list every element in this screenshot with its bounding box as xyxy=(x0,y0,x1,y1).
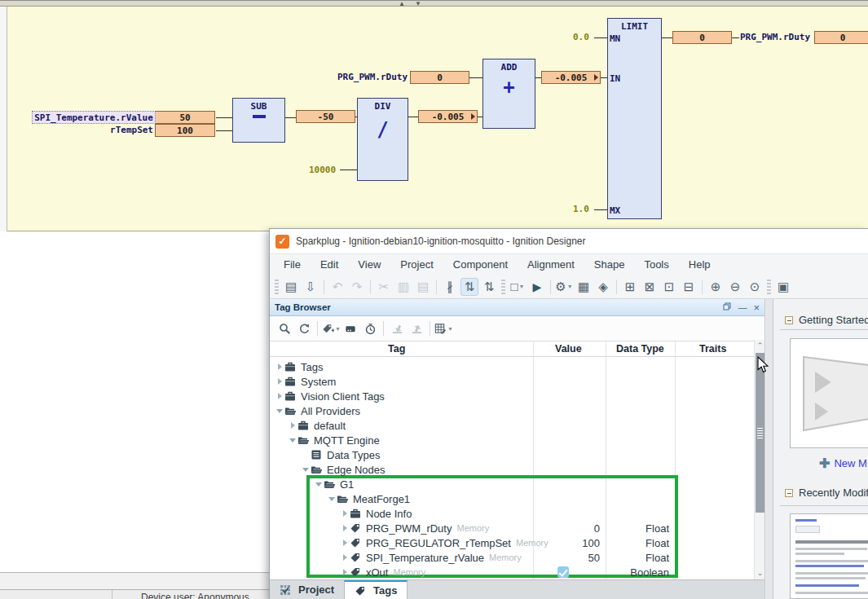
fbd-value-box[interactable]: 100 xyxy=(155,124,215,137)
save-deploy-icon[interactable]: ⇩ xyxy=(302,278,319,296)
opc-browse-icon[interactable] xyxy=(341,319,360,337)
zoom-in-icon[interactable]: ⊕ xyxy=(707,278,725,296)
tab-tags[interactable]: Tags xyxy=(344,580,408,599)
new-tag-icon[interactable]: ▼ xyxy=(321,319,341,337)
tag-tree-row-data-types[interactable]: Data Types xyxy=(270,447,755,462)
preview-play-icon[interactable]: ▶ xyxy=(528,278,546,296)
fbd-constant-label[interactable]: 0.0 xyxy=(573,32,589,42)
fbd-variable-label[interactable]: PRG_PWM.rDuty xyxy=(324,72,408,82)
align-contract-icon[interactable]: ⊠ xyxy=(641,278,659,296)
align-distribute-icon[interactable]: ⊟ xyxy=(680,278,698,296)
tag-tree-row-all-providers[interactable]: All Providers xyxy=(270,403,755,418)
expander-expanded-icon[interactable] xyxy=(301,468,311,472)
fbd-value-box[interactable]: 0 xyxy=(410,71,469,84)
search-icon[interactable] xyxy=(275,319,294,337)
save-icon[interactable]: ▤ xyxy=(282,278,300,296)
tag-value[interactable]: 0 xyxy=(535,522,600,535)
column-config-icon[interactable]: ▼ xyxy=(434,319,453,337)
comm-read-icon[interactable]: ⇅ xyxy=(460,278,478,296)
align-size-icon[interactable]: ⊡ xyxy=(660,278,678,296)
expander-collapsed-icon[interactable] xyxy=(340,510,350,517)
table-header[interactable]: Tag Value Data Type Traits xyxy=(270,341,764,357)
tag-tree-row-prg-regulator-rtempset[interactable]: PRG_REGULATOR_rTempSetMemory100Float xyxy=(270,535,755,550)
fbd-variable-label[interactable]: SPI_Temperature.rValue xyxy=(32,111,156,124)
timer-icon[interactable] xyxy=(360,319,380,337)
column-header-value[interactable]: Value xyxy=(555,343,582,355)
align-expand-icon[interactable]: ⊞ xyxy=(621,278,639,296)
fbd-value-box[interactable]: 50 xyxy=(155,111,215,124)
zoom-out-icon[interactable]: ⊖ xyxy=(726,278,744,296)
export-icon[interactable] xyxy=(407,319,426,337)
cut-icon[interactable]: ✂ xyxy=(375,278,393,296)
shape-tool-icon[interactable]: □▼ xyxy=(509,278,527,296)
menu-component[interactable]: Component xyxy=(443,254,518,275)
fbd-value-box[interactable]: 0 xyxy=(814,31,868,44)
scrollbar-thumb[interactable] xyxy=(756,353,764,513)
menu-help[interactable]: Help xyxy=(679,254,720,275)
new-project-link[interactable]: ✚ New M xyxy=(819,456,867,471)
expander-expanded-icon[interactable] xyxy=(327,497,337,501)
security-shield-icon[interactable]: ◈ xyxy=(594,278,612,296)
tag-browser-titlebar[interactable]: Tag Browser — × xyxy=(270,299,764,316)
tab-project[interactable]: Project xyxy=(270,580,344,599)
menu-project[interactable]: Project xyxy=(390,254,443,275)
tag-tree-row-spi-temperature-rvalue[interactable]: SPI_Temperature_rValueMemory50Float xyxy=(270,550,755,565)
z-order-icon[interactable]: ▣ xyxy=(774,278,792,296)
fbd-block-div[interactable]: DIV/ xyxy=(357,98,408,181)
expander-collapsed-icon[interactable] xyxy=(288,422,297,429)
fbd-value-box[interactable]: -0.005 xyxy=(541,71,601,84)
column-header-traits[interactable]: Traits xyxy=(699,343,726,355)
tag-tree-row-node-info[interactable]: Node Info xyxy=(270,506,755,521)
tag-value[interactable]: 50 xyxy=(535,552,600,564)
expander-expanded-icon[interactable] xyxy=(314,482,324,487)
scrollbar-down-icon[interactable]: ⌄ xyxy=(755,567,765,579)
minimize-icon[interactable]: — xyxy=(738,303,747,312)
expander-collapsed-icon[interactable] xyxy=(275,378,284,385)
fbd-variable-label[interactable]: rTempSet xyxy=(85,125,153,135)
fbd-value-box[interactable]: -0.005 xyxy=(418,110,478,123)
expander-collapsed-icon[interactable] xyxy=(340,525,350,531)
tag-tree-row-system[interactable]: System xyxy=(270,374,755,389)
window-titlebar[interactable]: ✓ Sparkplug - Ignition-debian10-ignition… xyxy=(270,229,868,253)
fbd-block-add[interactable]: ADD+ xyxy=(482,59,535,129)
menu-view[interactable]: View xyxy=(348,254,390,275)
boolean-checkbox[interactable] xyxy=(557,566,569,578)
fbd-block-limit[interactable]: LIMITMNINMX xyxy=(607,18,662,219)
tag-tree-row-tags[interactable]: Tags xyxy=(270,359,755,374)
fbd-value-box[interactable]: 0 xyxy=(672,31,732,44)
expander-collapsed-icon[interactable] xyxy=(275,393,284,399)
tag-tree-row-g1[interactable]: G1 xyxy=(270,477,755,491)
tag-tree-row-default[interactable]: default xyxy=(270,418,755,433)
expander-collapsed-icon[interactable] xyxy=(340,554,350,561)
expander-expanded-icon[interactable] xyxy=(288,438,297,443)
zoom-reset-icon[interactable]: ⊙ xyxy=(746,278,764,296)
collapse-icon[interactable] xyxy=(785,489,793,497)
fbd-variable-label[interactable]: PRG_PWM.rDuty xyxy=(740,32,810,42)
comm-off-icon[interactable]: ∦ xyxy=(441,278,459,296)
close-icon[interactable]: × xyxy=(753,302,760,313)
recent-project-thumbnail[interactable] xyxy=(790,513,868,599)
tag-value[interactable]: 100 xyxy=(535,537,600,549)
expander-collapsed-icon[interactable] xyxy=(340,569,350,575)
tag-tree-row-edge-nodes[interactable]: Edge Nodes xyxy=(270,462,755,477)
fbd-constant-label[interactable]: 1.0 xyxy=(573,204,589,214)
fbd-constant-label[interactable]: 10000 xyxy=(309,165,336,175)
paste-icon[interactable]: ▤ xyxy=(414,278,432,296)
menu-edit[interactable]: Edit xyxy=(311,254,348,275)
tag-tree-row-meatforge1[interactable]: MeatForge1 xyxy=(270,491,755,506)
panel-splitter[interactable] xyxy=(766,299,773,599)
tag-tree-row-xout[interactable]: xOutMemoryBoolean xyxy=(270,565,755,579)
column-header-datatype[interactable]: Data Type xyxy=(616,343,664,355)
expander-collapsed-icon[interactable] xyxy=(275,363,284,370)
fbd-canvas[interactable]: 50100-50-0.0050-0.00500SPI_Temperature.r… xyxy=(7,7,868,231)
tag-tree-row-vision-client-tags[interactable]: Vision Client Tags xyxy=(270,389,755,403)
expander-expanded-icon[interactable] xyxy=(275,409,284,413)
collapse-icon[interactable] xyxy=(785,316,793,324)
refresh-icon[interactable] xyxy=(294,319,314,337)
fbd-value-box[interactable]: -50 xyxy=(296,110,355,123)
tag-tree-row-prg-pwm-rduty[interactable]: PRG_PWM_rDutyMemory0Float xyxy=(270,521,755,535)
column-header-tag[interactable]: Tag xyxy=(388,343,405,355)
comm-read-write-icon[interactable]: ⇅ xyxy=(480,278,498,296)
float-icon[interactable] xyxy=(723,302,731,312)
menu-shape[interactable]: Shape xyxy=(584,254,635,275)
